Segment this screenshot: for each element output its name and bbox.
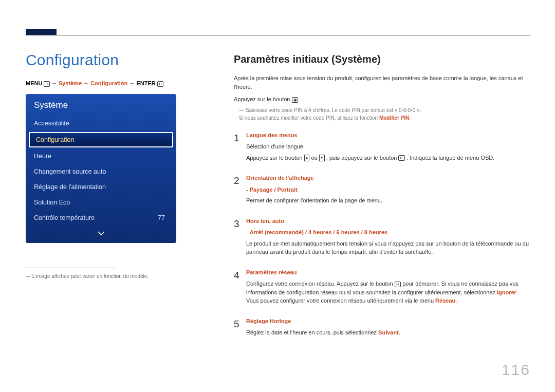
note-modify-pin: Si vous souhaitez modifier votre code PI…: [239, 114, 529, 122]
breadcrumb-arrow-3: →: [129, 80, 136, 86]
step-1-line1: Sélection d'une langue: [246, 142, 529, 151]
step-2-title: Orientation de l'affichage: [246, 174, 529, 182]
osd-item-heure[interactable]: Heure: [26, 148, 176, 164]
breadcrumb-config: Configuration: [90, 80, 127, 86]
step-4-desc: Configurez votre connexion réseau. Appuy…: [246, 279, 529, 305]
osd-item-source-auto[interactable]: Changement source auto: [26, 164, 176, 179]
osd-item-accessibility[interactable]: Accessibilité: [26, 116, 176, 131]
breadcrumb-enter: ENTER: [136, 80, 155, 86]
down-triangle-icon: ▼: [319, 155, 325, 161]
step-3-num: 3: [234, 217, 244, 232]
right-heading: Paramètres initiaux (Système): [234, 51, 529, 67]
step-1-line2: Appuyez sur le bouton ▲ ou ▼ , puis appu…: [246, 154, 529, 162]
osd-title: Système: [26, 94, 176, 116]
osd-menu: Système Accessibilité Configuration Heur…: [26, 94, 176, 243]
osd-item-eco[interactable]: Solution Eco: [26, 195, 176, 210]
up-triangle-icon: ▲: [304, 155, 310, 161]
step-4-title: Paramètres réseau: [246, 268, 529, 277]
step-3: 3 Hors ten. auto ‐ Arrêt (recommandé) / …: [234, 217, 529, 259]
page-number: 116: [502, 361, 530, 379]
breadcrumb-menu: MENU: [26, 80, 42, 86]
menu-icon: III: [44, 81, 49, 87]
osd-temperature-value: 77: [158, 214, 165, 221]
intro-button-line: Appuyez sur le bouton ◉.: [234, 95, 529, 104]
osd-item-alimentation[interactable]: Réglage de l'alimentation: [26, 179, 176, 195]
step-2-options: ‐ Paysage / Portrait: [246, 185, 529, 194]
step-2-num: 2: [234, 174, 244, 189]
step-3-desc: Le produit se met automatiquement hors t…: [246, 239, 529, 256]
step-3-title: Hors ten. auto: [246, 217, 529, 226]
step-5: 5 Réglage Horloge Réglez la date et l'he…: [234, 317, 529, 340]
step-5-num: 5: [234, 317, 244, 332]
breadcrumb: MENU III → Système → Configuration → ENT…: [26, 80, 185, 87]
intro-text: Après la première mise sous tension du p…: [234, 74, 529, 91]
step-5-title: Réglage Horloge: [246, 317, 529, 326]
chevron-down-icon: [98, 229, 105, 233]
step-4: 4 Paramètres réseau Configurez votre con…: [234, 268, 529, 308]
footnote-rule: [26, 268, 116, 268]
step-1-num: 1: [234, 131, 244, 146]
breadcrumb-systeme: Système: [59, 80, 82, 86]
note-pin-default: ― Saisissez votre code PIN à 4 chiffres.…: [239, 106, 529, 114]
breadcrumb-arrow-2: →: [83, 80, 90, 86]
footnote: ― L'image affichée peut varier en foncti…: [26, 273, 185, 279]
step-5-desc: Réglez la date et l'heure en cours, puis…: [246, 328, 529, 337]
header-accent-bar: [26, 29, 57, 35]
step-1-title: Langue des menus: [246, 131, 529, 140]
header-rule: [26, 35, 530, 35]
step-2: 2 Orientation de l'affichage ‐ Paysage /…: [234, 174, 529, 208]
enter-icon-inline: ↵: [398, 155, 405, 161]
step-3-options: ‐ Arrêt (recommandé) / 4 heures / 6 heur…: [246, 228, 529, 237]
circle-button-icon: ◉: [292, 97, 299, 103]
osd-more[interactable]: [26, 226, 176, 239]
step-2-desc: Permet de configurer l'orientation de la…: [246, 196, 529, 205]
osd-item-configuration[interactable]: Configuration: [29, 132, 173, 147]
step-4-num: 4: [234, 268, 244, 283]
osd-item-temperature[interactable]: Contrôle température 77: [26, 210, 176, 226]
enter-icon: ↵: [157, 81, 164, 87]
section-title: Configuration: [26, 51, 185, 69]
enter-icon-step4: ↵: [395, 282, 401, 287]
breadcrumb-arrow-1: →: [51, 80, 59, 86]
step-1: 1 Langue des menus Sélection d'une langu…: [234, 131, 529, 165]
